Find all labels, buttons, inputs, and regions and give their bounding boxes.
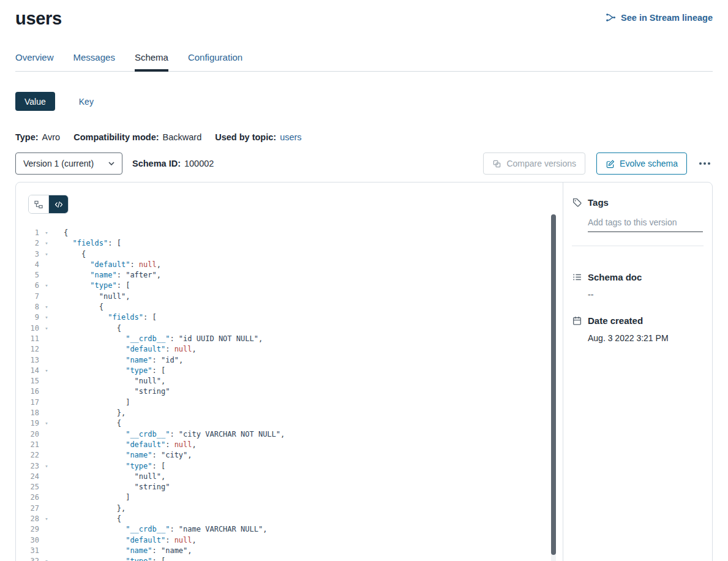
tab-schema[interactable]: Schema: [135, 47, 168, 71]
topic-link[interactable]: users: [280, 132, 301, 142]
code-line[interactable]: 18 },: [16, 408, 563, 418]
code-line[interactable]: 14▾ "type": [: [16, 366, 563, 376]
compare-versions-button[interactable]: Compare versions: [483, 152, 585, 175]
line-number: 5: [16, 270, 39, 280]
stream-lineage-link[interactable]: See in Stream lineage: [606, 12, 713, 23]
code-line[interactable]: 23▾ "type": [: [16, 461, 563, 472]
code-line[interactable]: 6▾ "type": [: [16, 280, 563, 291]
fold-arrow-icon[interactable]: ▾: [39, 302, 54, 312]
evolve-schema-button[interactable]: Evolve schema: [596, 152, 687, 175]
code-line[interactable]: 10▾ {: [16, 323, 563, 334]
fold-arrow-icon[interactable]: ▾: [39, 323, 54, 334]
code-line[interactable]: 20 "__crdb__": "city VARCHAR NOT NULL",: [16, 429, 563, 440]
code-text: "__crdb__": "city VARCHAR NOT NULL",: [54, 429, 285, 440]
code-view-icon: [54, 201, 63, 208]
fold-arrow-icon[interactable]: ▾: [39, 418, 54, 429]
line-number: 7: [16, 292, 39, 302]
tab-overview[interactable]: Overview: [15, 47, 54, 71]
fold-arrow-icon[interactable]: ▾: [39, 514, 54, 524]
line-number: 4: [16, 260, 39, 270]
value-toggle-button[interactable]: Value: [15, 92, 55, 111]
tab-messages[interactable]: Messages: [73, 47, 115, 71]
fold-arrow-icon[interactable]: ▾: [39, 312, 54, 323]
editor-scrollbar[interactable]: [551, 214, 556, 561]
code-text: {: [54, 228, 68, 238]
code-line[interactable]: 28▾ {: [16, 514, 563, 524]
sidebar-section-date-created: Date created Aug. 3 2022 3:21 PM: [572, 315, 704, 343]
gutter-spacer: [39, 260, 54, 270]
code-line[interactable]: 27 },: [16, 503, 563, 514]
date-created-heading-row: Date created: [572, 315, 704, 326]
code-line[interactable]: 5 "name": "after",: [16, 270, 563, 280]
gutter-spacer: [39, 334, 54, 344]
code-line[interactable]: 17 ]: [16, 397, 563, 408]
tab-configuration[interactable]: Configuration: [188, 47, 242, 71]
code-line[interactable]: 30 "default": null,: [16, 535, 563, 546]
code-line[interactable]: 26 ]: [16, 492, 563, 503]
code-line[interactable]: 29 "__crdb__": "name VARCHAR NULL",: [16, 524, 563, 535]
code-line[interactable]: 4 "default": null,: [16, 260, 563, 270]
code-text: "type": [: [54, 366, 165, 376]
line-number: 18: [16, 408, 39, 418]
code-line[interactable]: 1▾{: [16, 228, 563, 238]
gutter-spacer: [39, 450, 54, 461]
code-line[interactable]: 8▾ {: [16, 302, 563, 312]
line-number: 27: [16, 503, 39, 514]
code-line[interactable]: 24 "null",: [16, 472, 563, 482]
code-line[interactable]: 2▾ "fields": [: [16, 238, 563, 249]
code-text: {: [54, 302, 103, 312]
code-line[interactable]: 16 "string": [16, 386, 563, 397]
code-line[interactable]: 9▾ "fields": [: [16, 312, 563, 323]
code-line[interactable]: 11 "__crdb__": "id UUID NOT NULL",: [16, 334, 563, 344]
sidebar-section-schema-doc: Schema doc --: [572, 272, 704, 299]
fold-arrow-icon[interactable]: ▾: [39, 556, 54, 561]
schema-id: Schema ID: 100002: [132, 159, 214, 168]
more-horizontal-icon: [699, 162, 702, 165]
fold-arrow-icon[interactable]: ▾: [39, 366, 54, 376]
date-created-value: Aug. 3 2022 3:21 PM: [588, 333, 704, 343]
code-text: {: [54, 323, 121, 334]
version-select[interactable]: Version 1 (current): [15, 152, 122, 175]
code-line[interactable]: 21 "default": null,: [16, 440, 563, 450]
more-options-button[interactable]: [697, 159, 713, 168]
code-text: "null",: [54, 376, 165, 386]
version-select-value: Version 1 (current): [23, 159, 94, 168]
code-line[interactable]: 12 "default": null,: [16, 344, 563, 355]
line-number: 30: [16, 535, 39, 546]
code-text: {: [54, 249, 86, 260]
code-line[interactable]: 13 "name": "id",: [16, 355, 563, 366]
code-line[interactable]: 32▾ "type": [: [16, 556, 563, 561]
line-number: 15: [16, 376, 39, 386]
key-toggle-button[interactable]: Key: [70, 92, 103, 111]
sidebar-divider: [572, 246, 704, 246]
code-line[interactable]: 25 "string": [16, 482, 563, 492]
code-lines[interactable]: 1▾{2▾ "fields": [3▾ {4 "default": null,5…: [16, 228, 563, 561]
code-line[interactable]: 19▾ {: [16, 418, 563, 429]
code-text: "string": [54, 386, 170, 397]
tree-view-button[interactable]: [29, 195, 48, 213]
schema-doc-icon: [572, 272, 582, 282]
scrollbar-thumb[interactable]: [551, 214, 556, 555]
evolve-schema-icon: [606, 159, 615, 168]
code-line[interactable]: 31 "name": "name",: [16, 546, 563, 556]
schema-doc-heading: Schema doc: [588, 272, 642, 282]
code-line[interactable]: 15 "null",: [16, 376, 563, 386]
code-line[interactable]: 7 "null",: [16, 292, 563, 302]
code-text: "fields": [: [54, 312, 157, 323]
fold-arrow-icon[interactable]: ▾: [39, 280, 54, 291]
code-line[interactable]: 22 "name": "city",: [16, 450, 563, 461]
fold-arrow-icon[interactable]: ▾: [39, 249, 54, 260]
line-number: 28: [16, 514, 39, 524]
code-line[interactable]: 3▾ {: [16, 249, 563, 260]
fold-arrow-icon[interactable]: ▾: [39, 461, 54, 472]
code-text: "name": "name",: [54, 546, 192, 556]
code-view-button[interactable]: [48, 195, 68, 213]
line-number: 19: [16, 418, 39, 429]
add-tags-input[interactable]: [588, 216, 703, 232]
fold-arrow-icon[interactable]: ▾: [39, 228, 54, 238]
fold-arrow-icon[interactable]: ▾: [39, 238, 54, 249]
compatibility-label: Compatibility mode:: [73, 132, 159, 142]
gutter-spacer: [39, 482, 54, 492]
gutter-spacer: [39, 292, 54, 302]
page-header: users See in Stream lineage: [0, 0, 728, 29]
